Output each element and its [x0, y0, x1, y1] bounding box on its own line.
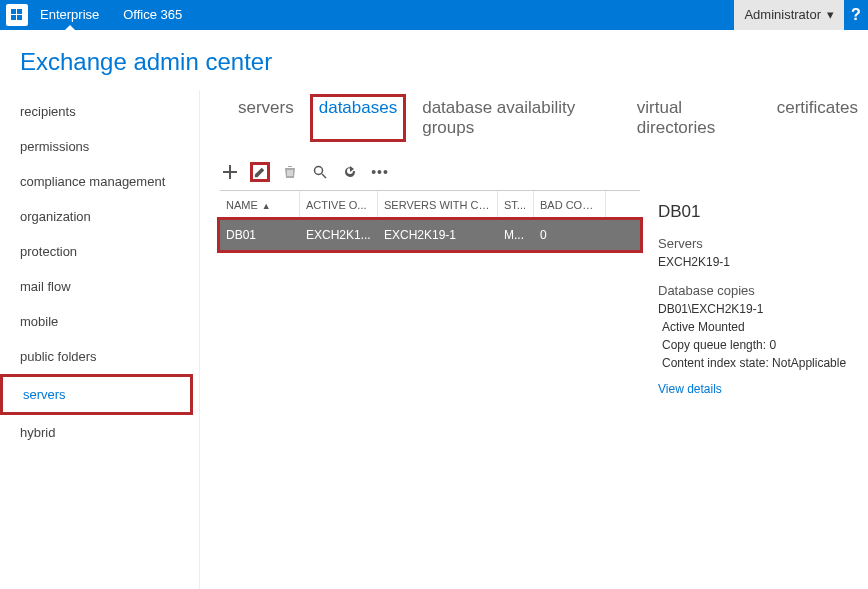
edit-button[interactable]: [250, 162, 270, 182]
table-row[interactable]: DB01 EXCH2K1... EXCH2K19-1 M... 0: [220, 220, 640, 250]
svg-rect-2: [11, 15, 16, 20]
chevron-down-icon: ▾: [827, 0, 834, 30]
sidebar-item-servers[interactable]: servers: [0, 374, 193, 415]
details-copies-label: Database copies: [658, 283, 854, 298]
tab-virtual-directories[interactable]: virtual directories: [637, 98, 755, 138]
sidebar-item-hybrid[interactable]: hybrid: [0, 415, 199, 450]
col-badcopy[interactable]: BAD COPY...: [534, 191, 606, 219]
col-servers[interactable]: SERVERS WITH CO...: [378, 191, 498, 219]
refresh-icon: [343, 165, 357, 179]
topbar-office365[interactable]: Office 365: [111, 0, 194, 30]
search-icon: [313, 165, 327, 179]
tab-databases[interactable]: databases: [310, 94, 406, 142]
details-servers-label: Servers: [658, 236, 854, 251]
tab-bar: servers databases database availability …: [220, 90, 858, 156]
tab-certificates[interactable]: certificates: [777, 98, 858, 138]
details-pane: DB01 Servers EXCH2K19-1 Database copies …: [658, 190, 858, 589]
svg-rect-1: [17, 9, 22, 14]
tab-servers[interactable]: servers: [238, 98, 294, 138]
sidebar-item-permissions[interactable]: permissions: [0, 129, 199, 164]
tab-dag[interactable]: database availability groups: [422, 98, 615, 138]
sidebar: recipients permissions compliance manage…: [0, 90, 200, 589]
page-title: Exchange admin center: [0, 30, 868, 90]
pencil-icon: [254, 165, 266, 179]
sidebar-item-organization[interactable]: organization: [0, 199, 199, 234]
sidebar-item-recipients[interactable]: recipients: [0, 94, 199, 129]
cell-name: DB01: [220, 220, 300, 250]
top-bar: Enterprise Office 365 Administrator ▾ ?: [0, 0, 868, 30]
search-button[interactable]: [310, 162, 330, 182]
plus-icon: [223, 165, 237, 179]
sidebar-item-mobile[interactable]: mobile: [0, 304, 199, 339]
details-title: DB01: [658, 202, 854, 222]
main-content: servers databases database availability …: [200, 90, 868, 589]
delete-button[interactable]: [280, 162, 300, 182]
grid-header: NAME▲ ACTIVE O... SERVERS WITH CO... ST.…: [220, 191, 640, 220]
ellipsis-icon: •••: [371, 164, 389, 180]
sort-asc-icon: ▲: [262, 201, 271, 211]
admin-menu[interactable]: Administrator ▾: [734, 0, 844, 30]
details-copy-status: Active Mounted: [662, 320, 854, 334]
sidebar-item-mailflow[interactable]: mail flow: [0, 269, 199, 304]
add-button[interactable]: [220, 162, 240, 182]
toolbar: •••: [220, 156, 858, 190]
sidebar-item-protection[interactable]: protection: [0, 234, 199, 269]
sidebar-item-publicfolders[interactable]: public folders: [0, 339, 199, 374]
help-icon[interactable]: ?: [844, 6, 868, 24]
details-servers-value: EXCH2K19-1: [658, 255, 854, 269]
svg-rect-3: [17, 15, 22, 20]
cell-status: M...: [498, 220, 534, 250]
cell-servers: EXCH2K19-1: [378, 220, 498, 250]
col-name[interactable]: NAME▲: [220, 191, 300, 219]
more-button[interactable]: •••: [370, 162, 390, 182]
details-copy-path: DB01\EXCH2K19-1: [658, 302, 854, 316]
col-status[interactable]: ST...: [498, 191, 534, 219]
sidebar-item-compliance[interactable]: compliance management: [0, 164, 199, 199]
svg-rect-0: [11, 9, 16, 14]
trash-icon: [283, 165, 297, 179]
details-copy-index: Content index state: NotApplicable: [662, 356, 854, 370]
svg-point-4: [315, 167, 323, 175]
databases-grid: NAME▲ ACTIVE O... SERVERS WITH CO... ST.…: [220, 190, 640, 589]
col-active[interactable]: ACTIVE O...: [300, 191, 378, 219]
topbar-enterprise[interactable]: Enterprise: [28, 0, 111, 30]
cell-active: EXCH2K1...: [300, 220, 378, 250]
office-logo-icon: [6, 4, 28, 26]
cell-bad: 0: [534, 220, 606, 250]
view-details-link[interactable]: View details: [658, 382, 722, 396]
details-copy-queue: Copy queue length: 0: [662, 338, 854, 352]
refresh-button[interactable]: [340, 162, 360, 182]
admin-label: Administrator: [744, 0, 821, 30]
